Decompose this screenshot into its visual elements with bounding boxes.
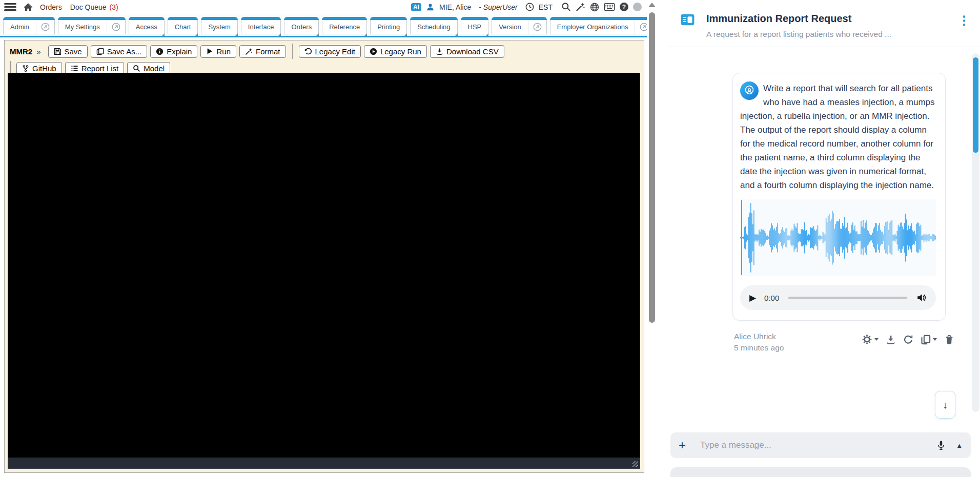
message-timestamp: 5 minutes ago	[734, 342, 784, 354]
tab-printing[interactable]: Printing	[370, 17, 407, 34]
tab-accent-bar	[410, 17, 457, 20]
nav-link-doc-queue[interactable]: Doc Queue (3)	[70, 3, 118, 11]
tab-orders[interactable]: Orders	[284, 17, 319, 34]
button-label: GitHub	[32, 64, 56, 73]
play-button[interactable]: ▶	[749, 293, 756, 303]
submenu-indicator-icon	[454, 33, 458, 37]
download-audio-button[interactable]	[886, 335, 896, 345]
admin-tab-strip: AdminMy SettingsAccessChartSystemInterfa…	[0, 14, 647, 37]
tab-employer-organizations[interactable]: Employer Organizations	[550, 17, 647, 34]
button-label: Model	[144, 64, 165, 73]
tab-admin[interactable]: Admin	[3, 17, 55, 34]
top-navigation-bar: Orders Doc Queue (3) AI MIE, Alice - Sup…	[0, 0, 647, 14]
tab-version[interactable]: Version	[492, 17, 546, 34]
button-label: Report List	[81, 64, 119, 73]
tab-accent-bar	[58, 17, 126, 20]
message-text: Write a report that will search for all …	[740, 84, 935, 190]
delete-button[interactable]	[944, 335, 954, 345]
tab-access[interactable]: Access	[129, 17, 165, 34]
toolbar-button-download-csv[interactable]: Download CSV	[430, 45, 504, 58]
tab-scheduling[interactable]: Scheduling	[410, 17, 457, 34]
overflow-menu-icon[interactable]	[962, 14, 967, 27]
audio-seek-bar[interactable]	[788, 297, 907, 299]
submenu-indicator-icon	[403, 33, 407, 37]
tab-interface[interactable]: Interface	[241, 17, 281, 34]
tab-system[interactable]: System	[201, 17, 237, 34]
toolbar-button-legacy-run[interactable]: Legacy Run	[364, 45, 427, 58]
magic-wand-icon[interactable]	[576, 2, 585, 12]
gear-caret-icon	[874, 338, 879, 341]
timezone-label: EST	[539, 3, 553, 11]
collapse-caret-icon[interactable]: ▲	[956, 442, 963, 449]
scrollbar-up-arrow-icon[interactable]	[648, 3, 656, 7]
git-branch-icon	[22, 65, 29, 72]
search-icon[interactable]	[561, 2, 571, 12]
wand-icon	[245, 48, 253, 55]
tab-reference[interactable]: Reference	[322, 17, 367, 34]
settings-gear-button[interactable]	[862, 334, 879, 345]
doc-queue-label: Doc Queue	[70, 3, 107, 11]
submenu-indicator-icon	[363, 33, 367, 37]
home-icon[interactable]	[24, 3, 33, 11]
tab-my-settings[interactable]: My Settings	[58, 17, 126, 34]
sidebar-panel-icon[interactable]	[681, 14, 695, 26]
report-expand-chevron[interactable]: »	[36, 47, 40, 56]
button-label: Explain	[167, 47, 192, 56]
globe-icon[interactable]	[590, 3, 599, 12]
copy-caret-icon	[933, 338, 937, 341]
toolbar-button-save[interactable]: Save	[48, 45, 88, 58]
help-icon[interactable]: ?	[620, 3, 628, 11]
button-label: Legacy Edit	[315, 47, 355, 56]
scrollbar-thumb[interactable]	[649, 12, 655, 323]
toolbar-button-format[interactable]: Format	[239, 45, 286, 58]
microphone-icon[interactable]	[936, 440, 946, 451]
chat-panel-header: Immunization Report Request A request fo…	[657, 0, 980, 47]
chat-message-area: Write a report that will search for all …	[657, 47, 980, 423]
page-vertical-scrollbar[interactable]	[647, 0, 657, 477]
volume-icon[interactable]	[916, 293, 927, 303]
tab-accent-bar	[461, 17, 489, 20]
ai-badge[interactable]: AI	[411, 3, 421, 11]
submenu-indicator-icon	[161, 33, 165, 37]
tab-accent-bar	[201, 17, 237, 20]
scroll-to-bottom-button[interactable]: ↓	[935, 391, 955, 419]
app-root: Orders Doc Queue (3) AI MIE, Alice - Sup…	[0, 0, 980, 477]
download-icon	[436, 48, 443, 55]
chat-scrollbar[interactable]	[972, 53, 979, 412]
panel-footer-stub	[670, 467, 971, 477]
chat-scrollbar-thumb[interactable]	[973, 57, 978, 153]
toolbar-button-save-as[interactable]: Save As...	[91, 45, 148, 58]
toolbar-button-explain[interactable]: Explain	[150, 45, 197, 58]
report-toolbar-row1: MMR2 » SaveSave As...ExplainRunFormatLeg…	[5, 40, 644, 60]
play-circle-icon	[370, 48, 377, 55]
submenu-indicator-icon	[315, 33, 319, 37]
tab-accent-bar	[3, 17, 55, 20]
user-message-card: Write a report that will search for all …	[732, 73, 946, 321]
hamburger-menu-icon[interactable]	[4, 3, 16, 11]
mie-ai-avatar	[740, 81, 759, 100]
tab-hsp[interactable]: HSP	[461, 17, 489, 34]
regenerate-button[interactable]	[903, 335, 913, 345]
attach-plus-button[interactable]: +	[679, 439, 686, 451]
submenu-indicator-icon	[234, 33, 238, 37]
toolbar-button-legacy-edit[interactable]: Legacy Edit	[299, 45, 361, 58]
user-icon[interactable]	[426, 3, 435, 11]
audio-waveform[interactable]	[740, 199, 936, 276]
avatar-placeholder-circle[interactable]	[633, 3, 642, 11]
keyboard-icon[interactable]	[604, 3, 615, 11]
sql-code-editor[interactable]	[8, 73, 640, 469]
toolbar-button-run[interactable]: Run	[200, 45, 236, 58]
save-as-icon	[96, 48, 104, 55]
editor-resize-handle[interactable]	[632, 461, 638, 467]
message-meta-row: Alice Uhrick 5 minutes ago	[734, 331, 954, 354]
tab-chart[interactable]: Chart	[168, 17, 198, 34]
tab-accent-bar	[370, 17, 407, 20]
tab-accent-bar	[129, 17, 165, 20]
arrow-down-icon: ↓	[943, 399, 948, 411]
button-label: Format	[256, 47, 280, 56]
nav-link-orders[interactable]: Orders	[40, 3, 62, 11]
copy-button[interactable]	[921, 335, 937, 345]
save-icon	[54, 48, 62, 55]
user-name[interactable]: MIE, Alice	[439, 3, 471, 11]
message-input[interactable]	[699, 440, 931, 451]
